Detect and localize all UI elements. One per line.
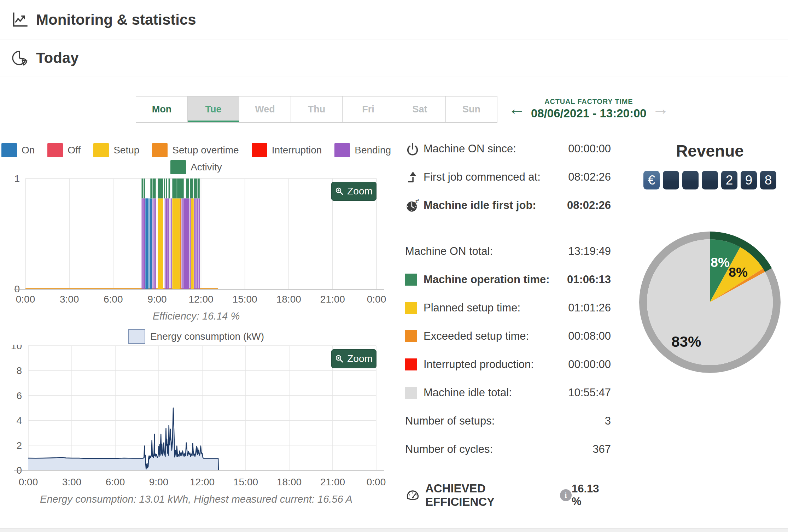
tab-sun[interactable]: Sun [445, 96, 497, 123]
legend-item-setup: Setup [93, 143, 139, 157]
legend-label: Setup [113, 145, 139, 156]
info-icon[interactable]: i [560, 489, 572, 501]
svg-text:8%: 8% [729, 265, 747, 280]
legend-swatch-activity [170, 160, 186, 174]
section-title: Today [36, 49, 79, 66]
tab-tue[interactable]: Tue [187, 96, 239, 123]
stat-label: Number of cycles: [405, 443, 493, 456]
stat-row: Machine operation time:01:06:13 [405, 265, 611, 294]
day-tabs: MonTueWedThuFriSatSun [136, 96, 497, 123]
energy-legend-swatch [128, 329, 145, 344]
legend-swatch-bending [334, 143, 350, 157]
zoom-button-energy-chart[interactable]: Zoom [331, 349, 377, 368]
stat-color-swatch [405, 274, 417, 286]
svg-text:4: 4 [16, 415, 22, 426]
svg-text:21:00: 21:00 [320, 477, 345, 487]
next-section-divider [0, 528, 788, 532]
achieved-efficiency-value: 16.13 % [572, 483, 611, 508]
svg-text:8: 8 [16, 365, 22, 376]
page-title: Monitoring & statistics [36, 11, 196, 28]
today-section-header: Today [0, 40, 788, 76]
svg-text:9:00: 9:00 [147, 294, 167, 305]
revenue-digit-tile [663, 171, 679, 189]
gauge-icon [405, 487, 420, 503]
legend-label: Interruption [272, 145, 322, 156]
stat-label: Machine idle total: [424, 386, 512, 399]
legend-item-interruption: Interruption [252, 143, 322, 157]
revenue-counter: €298 [636, 171, 784, 189]
stat-row: Machine ON total:13:19:49 [405, 237, 611, 265]
svg-text:0:00: 0:00 [367, 294, 386, 305]
legend-label: Setup overtime [172, 145, 239, 156]
svg-text:10: 10 [11, 345, 22, 351]
stats-spacer [405, 220, 611, 237]
factory-time-value: 08/06/2021 - 13:20:00 [531, 107, 647, 120]
prev-day-arrow[interactable]: ← [508, 100, 525, 117]
svg-text:0:00: 0:00 [16, 294, 35, 305]
stat-value: 367 [593, 443, 611, 456]
stat-row: Number of cycles:367 [405, 435, 611, 463]
achieved-efficiency-row: ACHIEVED EFFICIENCYi16.13 % [405, 481, 611, 509]
stat-value: 01:01:26 [568, 302, 611, 314]
stat-value: 08:02:26 [567, 199, 611, 212]
svg-text:18:00: 18:00 [277, 477, 302, 487]
tab-fri[interactable]: Fri [342, 96, 394, 123]
tab-sat[interactable]: Sat [394, 96, 446, 123]
stat-color-swatch [405, 330, 417, 342]
svg-text:0:00: 0:00 [367, 477, 386, 487]
stat-row: Machine idle total:10:55:47 [405, 379, 611, 407]
svg-text:21:00: 21:00 [320, 294, 345, 305]
legend-swatch-off [47, 143, 63, 157]
legend-label: On [22, 145, 35, 156]
stat-value: 3 [605, 415, 611, 427]
stat-label: Number of setups: [405, 415, 495, 427]
stat-row: First job commenced at:08:02:26 [405, 163, 611, 191]
factory-time: ACTUAL FACTORY TIME 08/06/2021 - 13:20:0… [531, 98, 647, 120]
legend-item-on: On [1, 143, 35, 157]
stat-row: Number of setups:3 [405, 407, 611, 435]
revenue-digit-tile: 8 [760, 171, 776, 189]
stat-row: Planned setup time:01:01:26 [405, 294, 611, 322]
magnifier-plus-icon [335, 355, 344, 363]
app-header: Monitoring & statistics [0, 0, 788, 40]
power-icon [405, 141, 420, 156]
stat-color-swatch [405, 358, 417, 370]
stat-label: Interrupted production: [424, 358, 534, 371]
energy-legend: Energy consumption (kW) [0, 329, 392, 344]
stat-label: Machine idle first job: [424, 199, 536, 212]
line-chart-icon [11, 11, 29, 29]
tab-wed[interactable]: Wed [239, 96, 291, 123]
stat-label: Exceeded setup time: [424, 330, 529, 343]
svg-text:z: z [417, 198, 419, 201]
stat-row: Exceeded setup time:00:08:00 [405, 322, 611, 350]
zoom-button-label: Zoom [347, 186, 373, 197]
factory-time-nav: ← ACTUAL FACTORY TIME 08/06/2021 - 13:20… [508, 98, 669, 120]
stat-value: 13:19:49 [568, 245, 611, 258]
legend-item-off: Off [47, 143, 81, 157]
tab-mon[interactable]: Mon [136, 96, 188, 123]
tab-thu[interactable]: Thu [291, 96, 343, 123]
svg-text:8%: 8% [711, 255, 729, 270]
legend-item-bending: Bending [334, 143, 391, 157]
stat-value: 08:02:26 [568, 171, 611, 183]
revenue-digit-tile: 9 [741, 171, 757, 189]
legend-label: Bending [355, 145, 391, 156]
svg-text:3:00: 3:00 [62, 477, 82, 487]
energy-legend-label: Energy consumption (kW) [150, 331, 264, 342]
pie-chart-icon [11, 49, 29, 67]
stat-value: 01:06:13 [567, 273, 611, 286]
energy-caption: Energy consumption: 13.01 kWh, Highest m… [0, 493, 392, 505]
zoom-button-state-chart[interactable]: Zoom [331, 182, 377, 201]
stat-color-swatch [405, 387, 417, 399]
next-day-arrow[interactable]: → [652, 100, 669, 117]
svg-text:15:00: 15:00 [233, 294, 257, 305]
revenue-digit-tile: 2 [721, 171, 737, 189]
legend-label: Activity [191, 162, 222, 173]
stat-value: 00:08:00 [568, 330, 611, 343]
legend-swatch-interruption [252, 143, 267, 157]
legend-swatch-setup_overtime [152, 143, 168, 157]
legend-label: Off [68, 145, 81, 156]
factory-time-label: ACTUAL FACTORY TIME [531, 98, 647, 106]
stat-label: Machine operation time: [424, 273, 550, 286]
revenue-digit-tile [702, 171, 718, 189]
